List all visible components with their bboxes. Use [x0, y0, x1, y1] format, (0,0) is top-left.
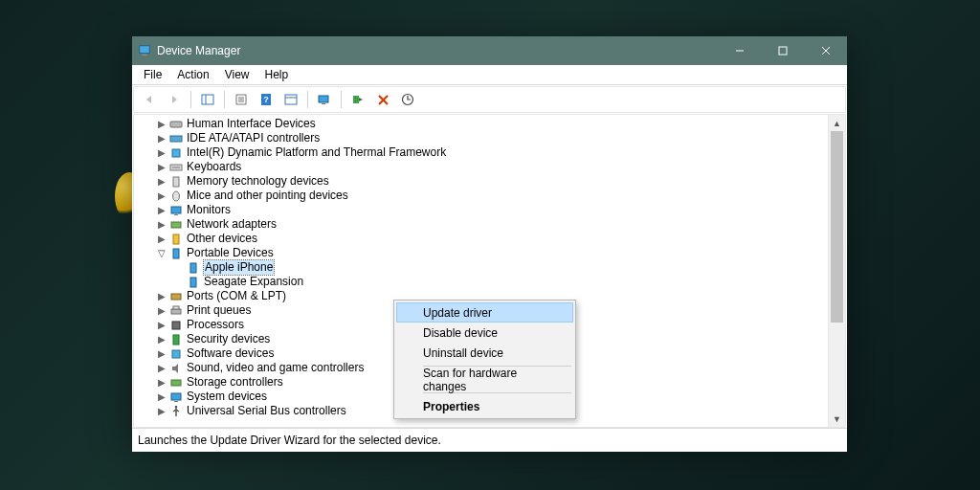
- toolbar: ?: [133, 86, 846, 113]
- tree-label: Seagate Expansion: [204, 275, 303, 289]
- scroll-down-button[interactable]: ▼: [829, 411, 845, 427]
- toolbar-sep: [307, 91, 308, 108]
- tree-node-apple-iphone[interactable]: Apple iPhone: [138, 260, 828, 275]
- svg-rect-14: [285, 95, 297, 104]
- menu-action[interactable]: Action: [169, 66, 216, 83]
- scroll-up-button[interactable]: ▲: [829, 115, 845, 131]
- disable-device-button[interactable]: [371, 88, 394, 111]
- menu-view[interactable]: View: [217, 66, 257, 83]
- scan-hardware-button[interactable]: [313, 88, 336, 111]
- enable-device-button[interactable]: [346, 88, 369, 111]
- nav-forward-button[interactable]: [163, 88, 186, 111]
- tree-node-monitors[interactable]: ▶Monitors: [138, 203, 828, 217]
- tree-label: Print queues: [187, 303, 251, 318]
- svg-rect-37: [171, 309, 181, 314]
- menu-file[interactable]: File: [136, 66, 169, 83]
- toolbar-sep: [341, 91, 342, 108]
- nav-back-button[interactable]: [138, 88, 161, 111]
- tree-label: IDE ATA/ATAPI controllers: [187, 131, 320, 145]
- help-button[interactable]: ?: [255, 88, 278, 111]
- show-hide-console-button[interactable]: [196, 88, 219, 111]
- svg-rect-41: [172, 350, 180, 358]
- toolbar-sep: [190, 91, 191, 108]
- tree-node-memtech[interactable]: ▶Memory technology devices: [138, 174, 828, 189]
- network-icon: [168, 217, 184, 232]
- vertical-scrollbar[interactable]: ▲ ▼: [828, 115, 845, 427]
- svg-rect-23: [170, 136, 182, 142]
- tree-label: Mice and other pointing devices: [187, 189, 348, 203]
- properties-button[interactable]: [230, 88, 253, 111]
- tree-node-mice[interactable]: ▶Mice and other pointing devices: [138, 189, 828, 203]
- svg-rect-1: [142, 55, 146, 56]
- ctx-properties[interactable]: Properties: [396, 396, 573, 416]
- tree-node-hid[interactable]: ▶Human Interface Devices: [138, 117, 828, 131]
- maximize-button[interactable]: [761, 36, 804, 65]
- tree-label: Software devices: [187, 346, 274, 361]
- svg-rect-35: [190, 278, 196, 287]
- svg-text:?: ?: [263, 95, 269, 104]
- tree-label: System devices: [187, 390, 267, 404]
- tree-node-dptf[interactable]: ▶Intel(R) Dynamic Platform and Thermal F…: [138, 145, 828, 160]
- tree-node-keyboards[interactable]: ▶Keyboards: [138, 160, 828, 174]
- svg-rect-24: [172, 149, 180, 157]
- svg-rect-16: [319, 96, 328, 102]
- keyboard-icon: [168, 160, 184, 174]
- svg-rect-44: [174, 401, 178, 402]
- tree-label: Processors: [187, 318, 244, 332]
- ide-icon: [168, 131, 184, 145]
- svg-point-45: [175, 406, 178, 408]
- sound-icon: [168, 361, 184, 375]
- tree-label: Other devices: [187, 232, 257, 246]
- svg-rect-33: [173, 249, 179, 258]
- window-title: Device Manager: [157, 44, 240, 57]
- update-driver-button[interactable]: [396, 88, 419, 111]
- tree-label: Monitors: [187, 203, 231, 217]
- svg-rect-40: [173, 335, 179, 345]
- ctx-uninstall-device[interactable]: Uninstall device: [396, 343, 573, 363]
- tree-node-netadapters[interactable]: ▶Network adapters: [138, 217, 828, 232]
- tree-node-ide[interactable]: ▶IDE ATA/ATAPI controllers: [138, 131, 828, 145]
- scroll-thumb[interactable]: [831, 131, 843, 323]
- ctx-update-driver[interactable]: Update driver: [396, 302, 573, 323]
- tree-node-otherdev[interactable]: ▶Other devices: [138, 232, 828, 246]
- svg-rect-18: [353, 96, 359, 103]
- mouse-icon: [168, 189, 184, 203]
- device-icon: [186, 260, 201, 275]
- svg-rect-0: [140, 46, 150, 54]
- svg-rect-38: [173, 306, 179, 309]
- monitor-icon: [168, 203, 184, 217]
- software-icon: [168, 346, 184, 361]
- chip-icon: [168, 145, 184, 160]
- svg-rect-22: [170, 122, 182, 127]
- svg-rect-34: [190, 263, 196, 273]
- svg-rect-30: [174, 214, 178, 215]
- tree-label: Intel(R) Dynamic Platform and Thermal Fr…: [187, 145, 446, 160]
- close-button[interactable]: [804, 36, 847, 65]
- titlebar[interactable]: Device Manager: [132, 36, 847, 65]
- minimize-button[interactable]: [718, 36, 761, 65]
- svg-rect-17: [322, 103, 325, 104]
- app-icon: [132, 44, 157, 57]
- menu-help[interactable]: Help: [257, 66, 297, 83]
- svg-rect-27: [173, 177, 179, 187]
- tree-label: Universal Serial Bus controllers: [187, 404, 346, 418]
- action-button[interactable]: [279, 88, 302, 111]
- security-icon: [168, 332, 184, 346]
- hid-icon: [168, 117, 184, 131]
- ctx-disable-device[interactable]: Disable device: [396, 323, 573, 343]
- svg-rect-32: [173, 234, 179, 244]
- svg-rect-42: [171, 380, 181, 386]
- ports-icon: [168, 289, 184, 303]
- svg-rect-31: [171, 222, 181, 228]
- system-icon: [168, 390, 184, 404]
- printer-icon: [168, 303, 184, 318]
- tree-label: Human Interface Devices: [187, 117, 316, 131]
- tree-label: Keyboards: [187, 160, 241, 174]
- ctx-scan-hardware[interactable]: Scan for hardware changes: [396, 369, 573, 390]
- svg-rect-43: [171, 393, 181, 400]
- toolbar-sep: [224, 91, 225, 108]
- svg-rect-3: [779, 47, 787, 55]
- tree-label: Ports (COM & LPT): [187, 289, 286, 303]
- tree-node-seagate[interactable]: Seagate Expansion: [138, 275, 828, 289]
- tree-node-portable[interactable]: ▽Portable Devices: [138, 246, 828, 260]
